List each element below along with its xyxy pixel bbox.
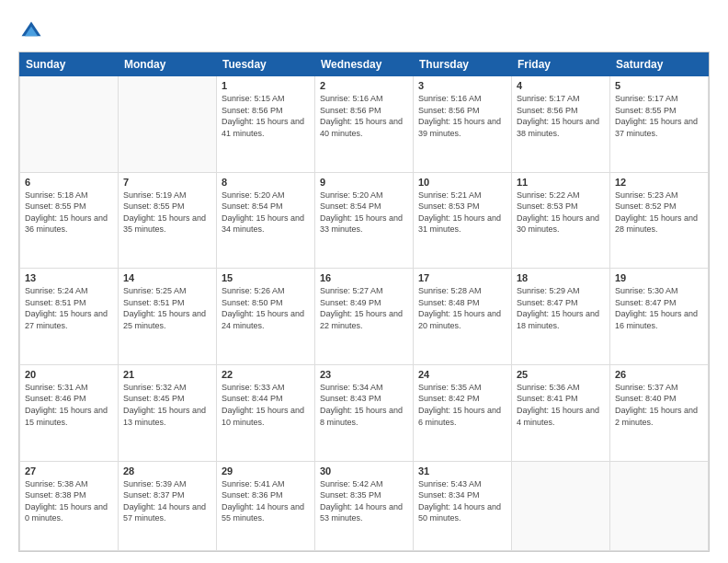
day-cell: 4Sunrise: 5:17 AMSunset: 8:56 PMDaylight…: [512, 76, 610, 173]
day-cell: 24Sunrise: 5:35 AMSunset: 8:42 PMDayligh…: [414, 364, 512, 461]
day-cell: [119, 76, 217, 173]
day-number: 24: [418, 369, 506, 380]
day-number: 29: [222, 465, 310, 477]
day-number: 9: [320, 177, 408, 188]
day-cell: 1Sunrise: 5:15 AMSunset: 8:56 PMDaylight…: [217, 76, 315, 173]
day-cell: 18Sunrise: 5:29 AMSunset: 8:47 PMDayligh…: [512, 269, 610, 365]
day-number: 6: [25, 177, 113, 188]
day-info: Sunrise: 5:27 AMSunset: 8:49 PMDaylight:…: [320, 285, 408, 331]
day-cell: 8Sunrise: 5:20 AMSunset: 8:54 PMDaylight…: [217, 172, 315, 269]
day-info: Sunrise: 5:42 AMSunset: 8:35 PMDaylight:…: [320, 478, 408, 524]
day-info: Sunrise: 5:20 AMSunset: 8:54 PMDaylight:…: [222, 190, 310, 236]
day-cell: 30Sunrise: 5:42 AMSunset: 8:35 PMDayligh…: [315, 461, 414, 551]
day-info: Sunrise: 5:32 AMSunset: 8:45 PMDaylight:…: [123, 382, 211, 428]
day-cell: 23Sunrise: 5:34 AMSunset: 8:43 PMDayligh…: [315, 364, 414, 461]
day-cell: 11Sunrise: 5:22 AMSunset: 8:53 PMDayligh…: [512, 172, 610, 269]
day-number: 23: [320, 369, 408, 380]
day-cell: 28Sunrise: 5:39 AMSunset: 8:37 PMDayligh…: [119, 461, 217, 551]
day-cell: 13Sunrise: 5:24 AMSunset: 8:51 PMDayligh…: [20, 269, 119, 365]
day-header-tuesday: Tuesday: [217, 53, 315, 76]
day-cell: [20, 76, 119, 173]
day-header-friday: Friday: [512, 53, 610, 76]
day-cell: 31Sunrise: 5:43 AMSunset: 8:34 PMDayligh…: [414, 461, 512, 551]
day-info: Sunrise: 5:17 AMSunset: 8:55 PMDaylight:…: [615, 93, 703, 139]
day-info: Sunrise: 5:23 AMSunset: 8:52 PMDaylight:…: [615, 190, 703, 236]
day-number: 12: [615, 177, 703, 188]
calendar: SundayMondayTuesdayWednesdayThursdayFrid…: [18, 52, 710, 552]
day-info: Sunrise: 5:18 AMSunset: 8:55 PMDaylight:…: [25, 190, 113, 236]
day-number: 17: [418, 272, 506, 283]
logo-icon: [18, 18, 44, 44]
day-info: Sunrise: 5:20 AMSunset: 8:54 PMDaylight:…: [320, 190, 408, 236]
day-cell: 19Sunrise: 5:30 AMSunset: 8:47 PMDayligh…: [610, 269, 709, 365]
day-cell: 6Sunrise: 5:18 AMSunset: 8:55 PMDaylight…: [20, 172, 119, 269]
day-number: 2: [320, 80, 408, 91]
day-number: 28: [123, 465, 211, 477]
day-number: 13: [25, 272, 113, 283]
day-header-thursday: Thursday: [414, 53, 512, 76]
day-cell: 17Sunrise: 5:28 AMSunset: 8:48 PMDayligh…: [414, 269, 512, 365]
day-info: Sunrise: 5:25 AMSunset: 8:51 PMDaylight:…: [123, 285, 211, 331]
day-info: Sunrise: 5:33 AMSunset: 8:44 PMDaylight:…: [222, 382, 310, 428]
day-number: 11: [517, 177, 605, 188]
day-cell: 15Sunrise: 5:26 AMSunset: 8:50 PMDayligh…: [217, 269, 315, 365]
day-cell: 9Sunrise: 5:20 AMSunset: 8:54 PMDaylight…: [315, 172, 414, 269]
day-info: Sunrise: 5:16 AMSunset: 8:56 PMDaylight:…: [320, 93, 408, 139]
day-cell: 26Sunrise: 5:37 AMSunset: 8:40 PMDayligh…: [610, 364, 709, 461]
day-number: 25: [517, 369, 605, 380]
day-number: 3: [418, 80, 506, 91]
day-info: Sunrise: 5:43 AMSunset: 8:34 PMDaylight:…: [418, 478, 506, 524]
day-number: 20: [25, 369, 113, 380]
day-info: Sunrise: 5:35 AMSunset: 8:42 PMDaylight:…: [418, 382, 506, 428]
day-header-monday: Monday: [119, 53, 217, 76]
day-number: 5: [615, 80, 703, 91]
day-cell: 20Sunrise: 5:31 AMSunset: 8:46 PMDayligh…: [20, 364, 119, 461]
day-cell: 5Sunrise: 5:17 AMSunset: 8:55 PMDaylight…: [610, 76, 709, 173]
logo: [18, 18, 48, 44]
day-number: 31: [418, 465, 506, 477]
day-header-saturday: Saturday: [610, 53, 709, 76]
day-cell: 14Sunrise: 5:25 AMSunset: 8:51 PMDayligh…: [119, 269, 217, 365]
day-info: Sunrise: 5:17 AMSunset: 8:56 PMDaylight:…: [517, 93, 605, 139]
day-cell: 10Sunrise: 5:21 AMSunset: 8:53 PMDayligh…: [414, 172, 512, 269]
day-header-sunday: Sunday: [20, 53, 119, 76]
day-cell: 27Sunrise: 5:38 AMSunset: 8:38 PMDayligh…: [20, 461, 119, 551]
day-number: 22: [222, 369, 310, 380]
day-cell: 2Sunrise: 5:16 AMSunset: 8:56 PMDaylight…: [315, 76, 414, 173]
day-number: 7: [123, 177, 211, 188]
day-number: 30: [320, 465, 408, 477]
day-info: Sunrise: 5:36 AMSunset: 8:41 PMDaylight:…: [517, 382, 605, 428]
day-number: 1: [222, 80, 310, 91]
day-info: Sunrise: 5:16 AMSunset: 8:56 PMDaylight:…: [418, 93, 506, 139]
day-cell: 12Sunrise: 5:23 AMSunset: 8:52 PMDayligh…: [610, 172, 709, 269]
day-info: Sunrise: 5:37 AMSunset: 8:40 PMDaylight:…: [615, 382, 703, 428]
day-info: Sunrise: 5:28 AMSunset: 8:48 PMDaylight:…: [418, 285, 506, 331]
day-info: Sunrise: 5:41 AMSunset: 8:36 PMDaylight:…: [222, 478, 310, 524]
day-cell: 29Sunrise: 5:41 AMSunset: 8:36 PMDayligh…: [217, 461, 315, 551]
day-cell: 16Sunrise: 5:27 AMSunset: 8:49 PMDayligh…: [315, 269, 414, 365]
day-number: 10: [418, 177, 506, 188]
day-cell: 25Sunrise: 5:36 AMSunset: 8:41 PMDayligh…: [512, 364, 610, 461]
day-info: Sunrise: 5:34 AMSunset: 8:43 PMDaylight:…: [320, 382, 408, 428]
day-info: Sunrise: 5:39 AMSunset: 8:37 PMDaylight:…: [123, 478, 211, 524]
day-number: 16: [320, 272, 408, 283]
day-info: Sunrise: 5:22 AMSunset: 8:53 PMDaylight:…: [517, 190, 605, 236]
day-cell: 21Sunrise: 5:32 AMSunset: 8:45 PMDayligh…: [119, 364, 217, 461]
day-info: Sunrise: 5:38 AMSunset: 8:38 PMDaylight:…: [25, 478, 113, 524]
day-cell: 7Sunrise: 5:19 AMSunset: 8:55 PMDaylight…: [119, 172, 217, 269]
day-info: Sunrise: 5:26 AMSunset: 8:50 PMDaylight:…: [222, 285, 310, 331]
day-number: 27: [25, 465, 113, 477]
day-info: Sunrise: 5:29 AMSunset: 8:47 PMDaylight:…: [517, 285, 605, 331]
day-cell: 22Sunrise: 5:33 AMSunset: 8:44 PMDayligh…: [217, 364, 315, 461]
day-info: Sunrise: 5:21 AMSunset: 8:53 PMDaylight:…: [418, 190, 506, 236]
day-info: Sunrise: 5:30 AMSunset: 8:47 PMDaylight:…: [615, 285, 703, 331]
day-info: Sunrise: 5:24 AMSunset: 8:51 PMDaylight:…: [25, 285, 113, 331]
day-info: Sunrise: 5:19 AMSunset: 8:55 PMDaylight:…: [123, 190, 211, 236]
day-number: 21: [123, 369, 211, 380]
day-header-wednesday: Wednesday: [315, 53, 414, 76]
day-info: Sunrise: 5:15 AMSunset: 8:56 PMDaylight:…: [222, 93, 310, 139]
day-info: Sunrise: 5:31 AMSunset: 8:46 PMDaylight:…: [25, 382, 113, 428]
day-number: 19: [615, 272, 703, 283]
day-number: 26: [615, 369, 703, 380]
day-cell: [512, 461, 610, 551]
